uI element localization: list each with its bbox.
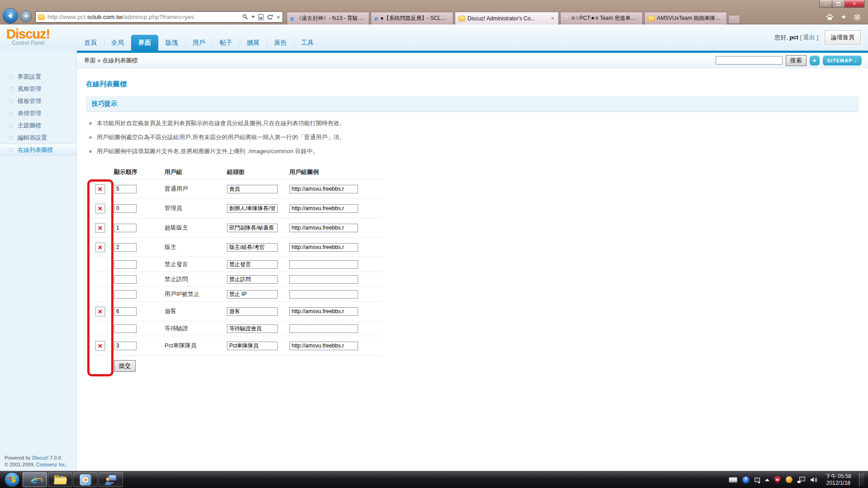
network-icon[interactable] (797, 477, 805, 483)
group-title-input[interactable] (227, 342, 278, 350)
display-order-input[interactable] (114, 204, 137, 213)
taskbar-clock[interactable]: 下午 05:58 2012/1/18 (826, 473, 851, 487)
sidebar-item-editor-settings[interactable]: 編輯器設置 (0, 131, 76, 144)
taskbar-explorer-button[interactable] (48, 472, 72, 487)
compatibility-page-icon[interactable] (258, 14, 264, 20)
close-button[interactable]: × (844, 0, 864, 8)
ie-favicon: e (374, 15, 378, 22)
sidebar-item-topic-icons[interactable]: 主題圖標 (0, 119, 76, 131)
back-button[interactable] (3, 8, 18, 23)
media-player-icon (80, 474, 91, 486)
sidebar-item-online-list-icons[interactable]: 在線列表圖標 (0, 144, 76, 156)
refresh-icon[interactable] (267, 14, 273, 20)
tools-gear-icon[interactable] (854, 14, 861, 21)
nav-tab-extend[interactable]: 擴展 (240, 35, 267, 51)
group-icon-url-input[interactable] (289, 275, 358, 284)
sidebar-item-interface-settings[interactable]: 界面設置 (0, 70, 76, 83)
taskbar-media-player-button[interactable] (73, 472, 98, 487)
table-row: 普通用戶 (86, 179, 382, 198)
usergroup-label: 版主 (165, 244, 176, 250)
group-title-input[interactable] (227, 260, 278, 269)
nav-tab-forums[interactable]: 版塊 (158, 35, 185, 51)
display-order-input[interactable] (114, 275, 137, 284)
group-title-input[interactable] (227, 275, 278, 284)
nav-tab-home[interactable]: 首頁 (77, 35, 104, 51)
group-title-input[interactable] (227, 324, 278, 333)
display-order-input[interactable] (114, 260, 137, 269)
display-order-input[interactable] (114, 307, 137, 316)
forward-button[interactable] (20, 10, 32, 22)
display-order-input[interactable] (114, 224, 137, 232)
address-bar[interactable]: http://www.pct.sclub.com.tw/admincp.php?… (35, 11, 283, 23)
broken-image-icon (95, 204, 105, 213)
group-title-input[interactable] (227, 204, 278, 213)
help-icon[interactable]: ? (742, 476, 750, 483)
ime-toolbar-icon[interactable] (755, 478, 760, 482)
show-hidden-icons-arrow[interactable] (765, 479, 769, 481)
search-icon[interactable] (242, 14, 248, 20)
volume-icon[interactable] (810, 477, 818, 483)
display-order-input[interactable] (114, 290, 137, 299)
sidebar-item-smiley-manage[interactable]: 表情管理 (0, 107, 76, 119)
group-icon-url-input[interactable] (289, 290, 358, 299)
submit-button[interactable]: 提交 (114, 360, 136, 372)
search-button[interactable]: 搜索 (786, 55, 807, 66)
maximize-button[interactable] (832, 0, 845, 8)
browser-tab-1[interactable]: e 《遠古封神》- fs13 - 育駿網頁... (287, 12, 369, 24)
browser-tab-3-active[interactable]: Discuz! Administrator's Co... × (455, 12, 559, 24)
tab-title: ≡☆PCT★≡ Team 密道車隊論... (571, 14, 639, 22)
taskbar-ie-button[interactable]: e (23, 472, 47, 487)
display-order-input[interactable] (114, 342, 137, 350)
show-desktop-button[interactable] (859, 473, 864, 487)
admin-search-input[interactable] (716, 56, 783, 65)
home-icon[interactable] (826, 14, 834, 20)
ime-keyboard-icon[interactable] (729, 477, 737, 483)
group-title-input[interactable] (227, 243, 278, 252)
display-order-input[interactable] (114, 324, 137, 333)
sitemap-button[interactable]: SITEMAP↓ (823, 56, 862, 66)
sidebar-item-style-manage[interactable]: 風格管理 (0, 83, 76, 95)
tab-close-icon[interactable]: × (550, 15, 555, 22)
stop-icon[interactable]: × (276, 14, 280, 20)
comsenz-link[interactable]: Comsenz Inc. (36, 462, 66, 467)
display-order-input[interactable] (114, 185, 137, 193)
group-icon-url-input[interactable] (289, 342, 358, 350)
nav-tab-users[interactable]: 用戶 (185, 35, 212, 51)
group-icon-url-input[interactable] (289, 243, 358, 252)
nav-tab-tools[interactable]: 工具 (294, 35, 321, 51)
admin-main: 界面 » 在線列表圖標 搜索 + SITEMAP↓ 在線列表圖標 技巧提示 本功… (77, 51, 868, 471)
new-tab-button[interactable] (728, 15, 740, 24)
display-order-input[interactable] (114, 243, 137, 252)
group-title-input[interactable] (227, 224, 278, 232)
browser-tab-2[interactable]: e ●【系統問題反應】- SCLUB免... (371, 12, 453, 24)
tab-title: ●【系統問題反應】- SCLUB免... (380, 14, 450, 22)
group-icon-url-input[interactable] (289, 324, 358, 333)
search-dropdown-icon[interactable] (251, 16, 255, 18)
start-button[interactable] (5, 472, 19, 487)
favorites-star-icon[interactable]: ★ (840, 14, 847, 21)
group-title-input[interactable] (227, 185, 278, 193)
nav-tab-interface[interactable]: 界面 (131, 35, 158, 51)
forum-home-button[interactable]: 論壇首頁 (825, 30, 861, 45)
nav-tab-posts[interactable]: 帖子 (212, 35, 240, 51)
browser-tab-5[interactable]: AMSVUxTeam 跑跑車隊論壇 ... (644, 12, 727, 24)
discuz-link[interactable]: Discuz! (32, 455, 48, 460)
group-icon-url-input[interactable] (289, 185, 358, 193)
sidebar-item-template-manage[interactable]: 模板管理 (0, 95, 76, 107)
nav-tab-ads[interactable]: 廣告 (267, 35, 294, 51)
group-icon-url-input[interactable] (289, 260, 358, 269)
group-icon-url-input[interactable] (289, 307, 358, 316)
taskbar-messenger-button[interactable] (99, 472, 123, 487)
nav-tab-global[interactable]: 全局 (104, 35, 131, 51)
browser-tab-4[interactable]: ≡☆PCT★≡ Team 密道車隊論... (560, 12, 643, 24)
group-title-input[interactable] (227, 307, 278, 316)
group-icon-url-input[interactable] (289, 224, 358, 232)
minimize-button[interactable]: – (819, 0, 832, 8)
broken-image-icon (95, 341, 105, 351)
add-button[interactable]: + (810, 56, 820, 66)
group-title-input[interactable] (227, 290, 278, 299)
logout-link[interactable]: [ 退出 ] (800, 34, 818, 41)
mcafee-icon[interactable]: M (774, 476, 781, 483)
orange-app-icon[interactable] (786, 476, 793, 483)
group-icon-url-input[interactable] (289, 204, 358, 213)
